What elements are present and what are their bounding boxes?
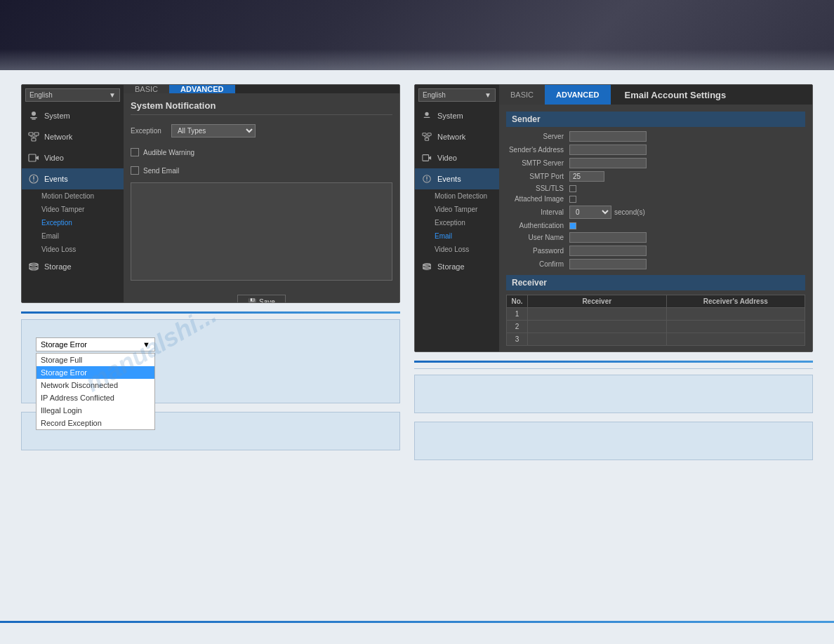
ssl-tls-checkbox[interactable] [569, 185, 576, 192]
right-sub-video-tamper[interactable]: Video Tamper [415, 203, 499, 216]
sidebar-label-storage: Storage [44, 262, 72, 271]
dropdown-option-0[interactable]: Storage Full [37, 354, 154, 366]
right-tab-advanced[interactable]: ADVANCED [545, 85, 611, 105]
row2-address[interactable] [666, 321, 805, 333]
dropdown-option-3[interactable]: IP Address Conflicted [37, 391, 154, 404]
right-events-icon [421, 173, 433, 185]
dropdown-option-4[interactable]: Illegal Login [37, 404, 154, 417]
svg-rect-5 [32, 138, 36, 141]
table-row: 3 [507, 333, 805, 346]
right-sub-video-loss[interactable]: Video Loss [415, 243, 499, 256]
svg-point-0 [32, 112, 36, 116]
server-input[interactable] [569, 131, 647, 142]
sidebar-item-events[interactable]: Events [22, 168, 124, 189]
sidebar-item-video[interactable]: Video [22, 147, 124, 168]
tab-advanced[interactable]: ADVANCED [169, 85, 235, 93]
svg-point-14 [33, 180, 34, 182]
right-sidebar-label-network: Network [437, 133, 465, 141]
password-input[interactable] [569, 246, 647, 256]
email-main-content: BASIC ADVANCED Email Account Settings Se… [499, 85, 812, 351]
smtp-server-row: SMTP Server [506, 158, 805, 168]
chevron-down-icon-right: ▼ [484, 91, 491, 99]
top-banner [0, 0, 834, 70]
left-sidebar: English ▼ System [22, 85, 124, 302]
smtp-port-label: SMTP Port [506, 173, 569, 180]
right-sub-motion[interactable]: Motion Detection [415, 189, 499, 203]
right-sidebar-label-events: Events [437, 175, 461, 183]
notification-text-area [131, 182, 392, 281]
svg-point-31 [426, 180, 427, 181]
svg-rect-3 [29, 133, 33, 135]
right-sidebar-item-video[interactable]: Video [415, 147, 499, 168]
bottom-divider [0, 621, 834, 623]
save-button[interactable]: 💾 Save [237, 295, 286, 303]
receiver-table: No. Receiver Receiver's Address 1 [506, 295, 805, 346]
right-network-icon [421, 130, 433, 143]
smtp-port-input[interactable] [569, 171, 604, 182]
svg-point-18 [425, 112, 428, 116]
right-sub-email[interactable]: Email [415, 229, 499, 243]
sidebar-sub-video-tamper[interactable]: Video Tamper [22, 203, 124, 216]
right-video-icon [421, 152, 433, 164]
smtp-server-input[interactable] [569, 158, 647, 168]
svg-rect-22 [425, 138, 428, 141]
authentication-checkbox[interactable] [569, 222, 576, 229]
row1-receiver[interactable] [528, 308, 667, 321]
video-icon [27, 152, 40, 164]
row2-receiver[interactable] [528, 321, 667, 333]
dropdown-option-2[interactable]: Network Disconnected [37, 379, 154, 391]
send-email-label: Send Email [143, 167, 179, 175]
sidebar-sub-exception[interactable]: Exception [22, 216, 124, 229]
send-email-row: Send Email [131, 166, 392, 175]
attached-image-checkbox[interactable] [569, 196, 576, 203]
exception-label: Exception [131, 127, 161, 135]
left-divider [21, 311, 400, 314]
row1-address[interactable] [666, 308, 805, 321]
right-sidebar-item-storage[interactable]: Storage [415, 256, 499, 277]
authentication-row: Authentication [506, 222, 805, 229]
right-sidebar: English ▼ System [415, 85, 499, 351]
exception-dropdown-value: Storage Error [41, 340, 87, 349]
interval-select[interactable]: 0 [569, 206, 611, 219]
exception-dropdown-header[interactable]: Storage Error ▼ [36, 337, 155, 351]
row3-address[interactable] [666, 333, 805, 346]
dropdown-option-1[interactable]: Storage Error [37, 366, 154, 379]
server-label: Server [506, 133, 569, 140]
right-storage-icon [421, 260, 433, 273]
username-input[interactable] [569, 232, 647, 243]
senders-address-input[interactable] [569, 145, 647, 155]
right-sidebar-item-system[interactable]: System [415, 105, 499, 126]
sidebar-sub-email[interactable]: Email [22, 229, 124, 243]
sidebar-item-network[interactable]: Network [22, 126, 124, 147]
row3-receiver[interactable] [528, 333, 667, 346]
right-sidebar-item-network[interactable]: Network [415, 126, 499, 147]
row1-no: 1 [507, 308, 528, 321]
exception-select[interactable]: All Types [171, 124, 256, 137]
right-lang-select[interactable]: English ▼ [418, 88, 496, 102]
sidebar-sub-motion-detection[interactable]: Motion Detection [22, 189, 124, 203]
svg-marker-28 [429, 156, 432, 159]
server-row: Server [506, 131, 805, 142]
sidebar-item-storage[interactable]: Storage [22, 256, 124, 277]
events-icon [27, 173, 40, 185]
right-sub-exception[interactable]: Exception [415, 216, 499, 229]
confirm-input[interactable] [569, 259, 647, 269]
send-email-checkbox[interactable] [131, 166, 139, 175]
dropdown-panel: Storage Error ▼ Storage Full Storage Err… [21, 319, 400, 403]
email-settings-window: English ▼ System [414, 84, 813, 352]
audible-warning-label: Audible Warning [143, 149, 194, 156]
system-icon [27, 109, 40, 122]
lang-select[interactable]: English ▼ [25, 88, 120, 102]
dropdown-option-5[interactable]: Record Exception [37, 417, 154, 429]
right-sidebar-item-events[interactable]: Events [415, 168, 499, 189]
tab-basic[interactable]: BASIC [124, 85, 169, 93]
audible-warning-row: Audible Warning [131, 148, 392, 156]
right-tab-basic[interactable]: BASIC [499, 85, 545, 105]
col-address: Receiver's Address [666, 295, 805, 308]
sidebar-sub-video-loss[interactable]: Video Loss [22, 243, 124, 256]
audible-warning-checkbox[interactable] [131, 148, 139, 156]
sidebar-label-network: Network [44, 133, 72, 141]
sidebar-item-system[interactable]: System [22, 105, 124, 126]
svg-rect-10 [29, 154, 36, 161]
tab-bar: BASIC ADVANCED [124, 85, 399, 93]
